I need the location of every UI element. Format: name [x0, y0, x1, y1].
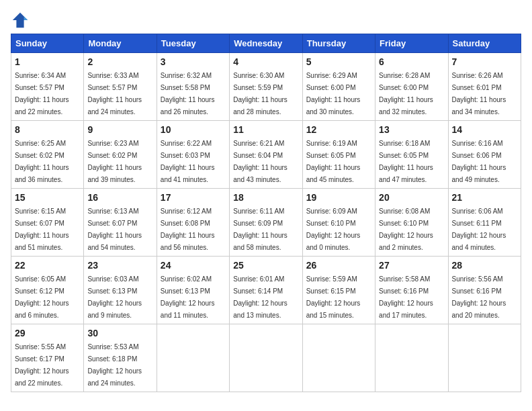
calendar-cell: 17 Sunrise: 6:12 AMSunset: 6:08 PMDaylig… [157, 189, 229, 257]
day-info: Sunrise: 6:09 AMSunset: 6:10 PMDaylight:… [306, 208, 361, 251]
day-number: 20 [379, 192, 444, 203]
calendar-cell: 14 Sunrise: 6:16 AMSunset: 6:06 PMDaylig… [448, 121, 521, 189]
calendar-cell: 21 Sunrise: 6:06 AMSunset: 6:11 PMDaylig… [448, 189, 521, 257]
day-info: Sunrise: 6:03 AMSunset: 6:13 PMDaylight:… [87, 275, 142, 319]
day-info: Sunrise: 6:13 AMSunset: 6:07 PMDaylight:… [87, 208, 142, 251]
col-header-friday: Friday [375, 34, 448, 53]
col-header-sunday: Sunday [11, 34, 84, 53]
day-number: 4 [233, 56, 298, 67]
page-header [11, 11, 521, 30]
day-number: 5 [306, 56, 371, 67]
day-info: Sunrise: 6:02 AMSunset: 6:13 PMDaylight:… [161, 275, 215, 319]
day-number: 26 [306, 260, 371, 271]
day-info: Sunrise: 6:22 AMSunset: 6:03 PMDaylight:… [161, 140, 215, 183]
col-header-tuesday: Tuesday [157, 34, 229, 53]
calendar-cell [375, 324, 448, 392]
calendar-cell [157, 324, 229, 392]
calendar-cell [302, 324, 375, 392]
day-info: Sunrise: 6:34 AMSunset: 5:57 PMDaylight:… [15, 72, 69, 116]
day-number: 9 [87, 124, 152, 135]
calendar-cell: 3 Sunrise: 6:32 AMSunset: 5:58 PMDayligh… [157, 53, 229, 121]
day-info: Sunrise: 6:08 AMSunset: 6:10 PMDaylight:… [379, 208, 433, 251]
calendar-cell: 2 Sunrise: 6:33 AMSunset: 5:57 PMDayligh… [84, 53, 157, 121]
day-info: Sunrise: 5:53 AMSunset: 6:18 PMDaylight:… [87, 343, 142, 387]
logo [11, 11, 32, 30]
day-number: 13 [379, 124, 444, 135]
day-number: 28 [452, 260, 517, 271]
col-header-thursday: Thursday [302, 34, 375, 53]
day-number: 16 [87, 192, 152, 203]
day-number: 19 [306, 192, 371, 203]
calendar-cell: 6 Sunrise: 6:28 AMSunset: 6:00 PMDayligh… [375, 53, 448, 121]
day-info: Sunrise: 6:33 AMSunset: 5:57 PMDaylight:… [87, 72, 142, 116]
calendar-cell: 13 Sunrise: 6:18 AMSunset: 6:05 PMDaylig… [375, 121, 448, 189]
calendar-cell: 16 Sunrise: 6:13 AMSunset: 6:07 PMDaylig… [84, 189, 157, 257]
col-header-wednesday: Wednesday [230, 34, 302, 53]
day-number: 8 [15, 124, 80, 135]
calendar-cell: 26 Sunrise: 5:59 AMSunset: 6:15 PMDaylig… [302, 257, 375, 324]
calendar-cell: 27 Sunrise: 5:58 AMSunset: 6:16 PMDaylig… [375, 257, 448, 324]
calendar-row-2: 8 Sunrise: 6:25 AMSunset: 6:02 PMDayligh… [11, 121, 521, 189]
day-info: Sunrise: 6:30 AMSunset: 5:59 PMDaylight:… [233, 72, 287, 116]
day-number: 12 [306, 124, 371, 135]
calendar-header-row: SundayMondayTuesdayWednesdayThursdayFrid… [11, 34, 521, 53]
calendar-row-5: 29 Sunrise: 5:55 AMSunset: 6:17 PMDaylig… [11, 324, 521, 392]
calendar-cell: 12 Sunrise: 6:19 AMSunset: 6:05 PMDaylig… [302, 121, 375, 189]
calendar-table: SundayMondayTuesdayWednesdayThursdayFrid… [11, 34, 521, 392]
day-number: 15 [15, 192, 80, 203]
day-number: 6 [379, 56, 444, 67]
calendar-cell: 30 Sunrise: 5:53 AMSunset: 6:18 PMDaylig… [84, 324, 157, 392]
day-number: 22 [15, 260, 80, 271]
day-number: 27 [379, 260, 444, 271]
day-number: 30 [87, 328, 152, 338]
day-info: Sunrise: 6:21 AMSunset: 6:04 PMDaylight:… [233, 140, 287, 183]
calendar-cell: 28 Sunrise: 5:56 AMSunset: 6:16 PMDaylig… [448, 257, 521, 324]
calendar-cell: 20 Sunrise: 6:08 AMSunset: 6:10 PMDaylig… [375, 189, 448, 257]
day-number: 25 [233, 260, 298, 271]
calendar-cell: 7 Sunrise: 6:26 AMSunset: 6:01 PMDayligh… [448, 53, 521, 121]
calendar-cell: 1 Sunrise: 6:34 AMSunset: 5:57 PMDayligh… [11, 53, 84, 121]
calendar-cell: 9 Sunrise: 6:23 AMSunset: 6:02 PMDayligh… [84, 121, 157, 189]
day-number: 10 [161, 124, 226, 135]
day-info: Sunrise: 6:06 AMSunset: 6:11 PMDaylight:… [452, 208, 506, 251]
calendar-cell: 24 Sunrise: 6:02 AMSunset: 6:13 PMDaylig… [157, 257, 229, 324]
calendar-cell: 8 Sunrise: 6:25 AMSunset: 6:02 PMDayligh… [11, 121, 84, 189]
calendar-cell: 5 Sunrise: 6:29 AMSunset: 6:00 PMDayligh… [302, 53, 375, 121]
day-info: Sunrise: 5:59 AMSunset: 6:15 PMDaylight:… [306, 275, 361, 319]
day-info: Sunrise: 6:01 AMSunset: 6:14 PMDaylight:… [233, 275, 287, 319]
day-info: Sunrise: 6:28 AMSunset: 6:00 PMDaylight:… [379, 72, 433, 116]
day-number: 24 [161, 260, 226, 271]
calendar-row-1: 1 Sunrise: 6:34 AMSunset: 5:57 PMDayligh… [11, 53, 521, 121]
day-info: Sunrise: 6:26 AMSunset: 6:01 PMDaylight:… [452, 72, 506, 116]
calendar-cell: 23 Sunrise: 6:03 AMSunset: 6:13 PMDaylig… [84, 257, 157, 324]
day-number: 29 [15, 328, 80, 338]
calendar-row-4: 22 Sunrise: 6:05 AMSunset: 6:12 PMDaylig… [11, 257, 521, 324]
day-info: Sunrise: 6:25 AMSunset: 6:02 PMDaylight:… [15, 140, 69, 183]
calendar-cell: 29 Sunrise: 5:55 AMSunset: 6:17 PMDaylig… [11, 324, 84, 392]
day-number: 17 [161, 192, 226, 203]
calendar-cell: 15 Sunrise: 6:15 AMSunset: 6:07 PMDaylig… [11, 189, 84, 257]
day-info: Sunrise: 5:56 AMSunset: 6:16 PMDaylight:… [452, 275, 506, 319]
day-info: Sunrise: 5:55 AMSunset: 6:17 PMDaylight:… [15, 343, 69, 387]
calendar-cell: 11 Sunrise: 6:21 AMSunset: 6:04 PMDaylig… [230, 121, 302, 189]
day-info: Sunrise: 6:12 AMSunset: 6:08 PMDaylight:… [161, 208, 215, 251]
calendar-cell [448, 324, 521, 392]
day-info: Sunrise: 6:15 AMSunset: 6:07 PMDaylight:… [15, 208, 69, 251]
day-number: 3 [161, 56, 226, 67]
day-number: 21 [452, 192, 517, 203]
day-number: 7 [452, 56, 517, 67]
col-header-saturday: Saturday [448, 34, 521, 53]
day-info: Sunrise: 6:19 AMSunset: 6:05 PMDaylight:… [306, 140, 361, 183]
day-info: Sunrise: 6:05 AMSunset: 6:12 PMDaylight:… [15, 275, 69, 319]
calendar-cell: 10 Sunrise: 6:22 AMSunset: 6:03 PMDaylig… [157, 121, 229, 189]
calendar-cell: 22 Sunrise: 6:05 AMSunset: 6:12 PMDaylig… [11, 257, 84, 324]
calendar-cell: 18 Sunrise: 6:11 AMSunset: 6:09 PMDaylig… [230, 189, 302, 257]
day-info: Sunrise: 6:29 AMSunset: 6:00 PMDaylight:… [306, 72, 361, 116]
calendar-cell: 25 Sunrise: 6:01 AMSunset: 6:14 PMDaylig… [230, 257, 302, 324]
day-info: Sunrise: 6:16 AMSunset: 6:06 PMDaylight:… [452, 140, 506, 183]
day-number: 11 [233, 124, 298, 135]
day-number: 1 [15, 56, 80, 67]
calendar-cell: 19 Sunrise: 6:09 AMSunset: 6:10 PMDaylig… [302, 189, 375, 257]
day-number: 14 [452, 124, 517, 135]
day-info: Sunrise: 6:11 AMSunset: 6:09 PMDaylight:… [233, 208, 287, 251]
